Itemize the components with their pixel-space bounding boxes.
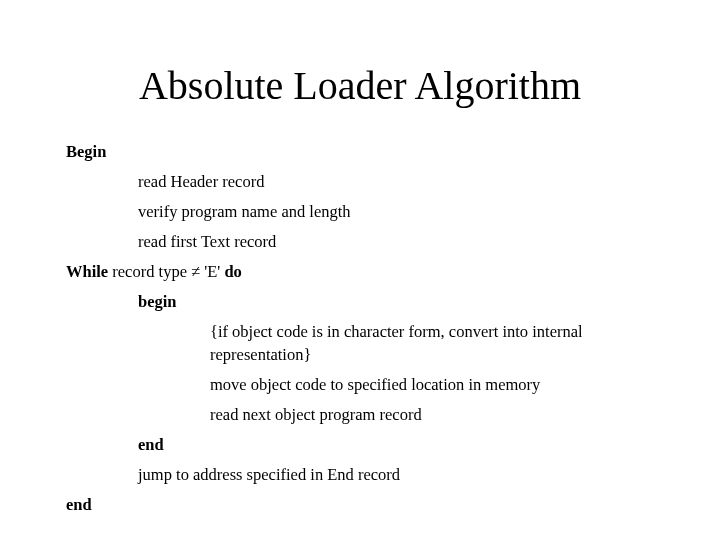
kw-while: While xyxy=(66,262,108,281)
algorithm-body: Begin read Header record verify program … xyxy=(66,140,666,523)
kw-begin-inner: begin xyxy=(138,290,666,314)
stmt-read-first-text: read first Text record xyxy=(138,230,666,254)
while-condition: record type ≠ 'E' xyxy=(108,262,224,281)
stmt-if-convert: {if object code is in character form, co… xyxy=(210,320,640,368)
stmt-read-header: read Header record xyxy=(138,170,666,194)
kw-do: do xyxy=(224,262,241,281)
kw-end: end xyxy=(66,493,666,517)
stmt-verify: verify program name and length xyxy=(138,200,666,224)
kw-end-inner: end xyxy=(138,433,666,457)
stmt-read-next: read next object program record xyxy=(210,403,666,427)
stmt-move-obj: move object code to specified location i… xyxy=(210,373,666,397)
kw-begin: Begin xyxy=(66,140,666,164)
while-line: While record type ≠ 'E' do xyxy=(66,260,666,284)
stmt-jump: jump to address specified in End record xyxy=(138,463,666,487)
slide: Absolute Loader Algorithm Begin read Hea… xyxy=(0,0,720,540)
slide-title: Absolute Loader Algorithm xyxy=(0,62,720,109)
